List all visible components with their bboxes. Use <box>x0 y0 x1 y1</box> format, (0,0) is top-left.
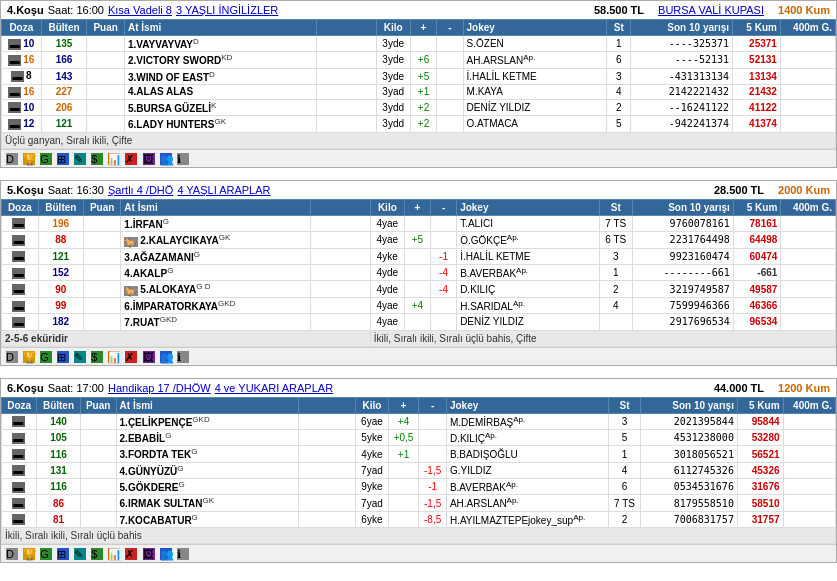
image-icon[interactable]: 🖼 <box>143 351 155 363</box>
table-row: ▬1401.ÇELİKPENÇEGKD6yae+4M.DEMİRBAŞAp.32… <box>2 413 836 429</box>
horse-kilo-3: 3yad <box>376 84 410 99</box>
horse-bar-0 <box>299 413 356 429</box>
horse-name-1: 2.VICTORY SWORDKD <box>124 52 316 68</box>
trophy-icon[interactable]: 🏆 <box>23 153 35 165</box>
horse-bar-6 <box>311 314 370 330</box>
edit-icon[interactable]: ✎ <box>74 548 86 560</box>
race-prize-1: 28.500 TL <box>714 184 764 196</box>
horse-kilo-4: 3ydd <box>376 99 410 115</box>
horse-doz-4: ▬10 <box>2 99 42 115</box>
race-condition-link-1[interactable]: Şartlı 4 /DHÖ <box>108 184 173 196</box>
image-icon[interactable]: 🖼 <box>143 548 155 560</box>
col-puan: Puan <box>80 397 116 413</box>
horse-400m-0 <box>781 215 836 231</box>
horse-400m-4 <box>783 479 835 495</box>
horse-jokey-3: G.YILDIZ <box>446 462 608 478</box>
race-number-1: 5.Koşu <box>7 184 44 196</box>
chart-icon[interactable]: 📊 <box>108 548 120 560</box>
horse-minus-4: -4 <box>431 281 457 298</box>
dollar-icon[interactable]: $ <box>91 351 103 363</box>
horse-icon-2: ▬ <box>12 449 25 460</box>
table-icon[interactable]: ⊞ <box>57 548 69 560</box>
horse-jokey-6: H.AYILMAZTEPEjokey_supAp. <box>446 511 608 527</box>
people-icon[interactable]: 👥 <box>160 548 172 560</box>
horse-puan-2 <box>83 248 120 264</box>
horse-doz-0: ▬ <box>2 413 37 429</box>
race-prize-2: 44.000 TL <box>714 382 764 394</box>
g-icon[interactable]: G <box>40 153 52 165</box>
g-icon[interactable]: G <box>40 351 52 363</box>
race-condition-link-0[interactable]: Kısa Vadeli 8 <box>108 4 172 16</box>
horse-silhouette-4: 🐎 <box>124 286 138 296</box>
chart-icon[interactable]: 📊 <box>108 153 120 165</box>
d-icon[interactable]: D <box>6 548 18 560</box>
race-prize-0: 58.500 TL <box>594 4 644 16</box>
race-table-2: DozaBültenPuanAt İsmiKilo+-JokeyStSon 10… <box>1 397 836 544</box>
edit-icon[interactable]: ✎ <box>74 153 86 165</box>
info-icon[interactable]: ℹ <box>177 548 189 560</box>
race-category-link-2[interactable]: 4 ve YUKARI ARAPLAR <box>215 382 333 394</box>
info-icon[interactable]: ℹ <box>177 153 189 165</box>
horse-kilo-1: 3yde <box>376 52 410 68</box>
horse-son10-2: 9923160474 <box>632 248 733 264</box>
table-row: ▬162274.ALAS ALAS3yad+1M.KAYA42142221432… <box>2 84 836 99</box>
g-icon[interactable]: G <box>40 548 52 560</box>
race-condition-link-2[interactable]: Handikap 17 /DHÖW <box>108 382 211 394</box>
d-icon[interactable]: D <box>6 153 18 165</box>
horse-5kum-1: 53280 <box>737 430 783 446</box>
horse-puan-6 <box>80 511 116 527</box>
horse-puan-2 <box>87 68 125 84</box>
horse-name-2: 3.AĞAZAMANIG <box>121 248 311 264</box>
table-row: ▬817.KOCABATURG6yke-8,5H.AYILMAZTEPEjoke… <box>2 511 836 527</box>
horse-bul-0: 140 <box>37 413 80 429</box>
dollar-icon[interactable]: $ <box>91 548 103 560</box>
horse-5kum-6: 96534 <box>733 314 781 330</box>
horse-son10-3: 6112745326 <box>640 462 737 478</box>
image-icon[interactable]: 🖼 <box>143 153 155 165</box>
col-minus: - <box>431 199 457 215</box>
horse-icon-6: ▬ <box>12 514 25 525</box>
race-venue-link-0[interactable]: BURSA VALİ KUPASI <box>658 4 764 16</box>
dollar-icon[interactable]: $ <box>91 153 103 165</box>
trophy-icon[interactable]: 🏆 <box>23 351 35 363</box>
race-category-link-1[interactable]: 4 YAŞLI ARAPLAR <box>177 184 270 196</box>
horse-jokey-4: B.AVERBAKAp. <box>446 479 608 495</box>
trophy-icon[interactable]: 🏆 <box>23 548 35 560</box>
edit-icon[interactable]: ✎ <box>74 351 86 363</box>
horse-minus-2 <box>419 446 447 462</box>
race-category-link-0[interactable]: 3 YAŞLI İNGİLİZLER <box>176 4 278 16</box>
horse-puan-0 <box>83 215 120 231</box>
horse-st-2: 1 <box>609 446 641 462</box>
horse-bar-1 <box>316 52 376 68</box>
table-icon[interactable]: ⊞ <box>57 153 69 165</box>
col-doz: Doza <box>2 397 37 413</box>
horse-5kum-3: 21432 <box>733 84 781 99</box>
race-time-0: Saat: 16:00 <box>48 4 104 16</box>
horse-5kum-4: 41122 <box>733 99 781 115</box>
d-icon[interactable]: D <box>6 351 18 363</box>
people-icon[interactable]: 👥 <box>160 153 172 165</box>
horse-kilo-2: 4yke <box>370 248 404 264</box>
cross-icon[interactable]: ✗ <box>125 351 137 363</box>
horse-minus-5 <box>437 116 463 132</box>
table-row: ▬121216.LADY HUNTERSGK3ydd+2O.ATMACA5-94… <box>2 116 836 132</box>
horse-plus-4 <box>388 479 419 495</box>
chart-icon[interactable]: 📊 <box>108 351 120 363</box>
race-block-0: 4.KoşuSaat: 16:00Kısa Vadeli 83 YAŞLI İN… <box>0 0 837 168</box>
horse-son10-5: 8179558510 <box>640 495 737 511</box>
icons-bar-0: D 🏆 G ⊞ ✎ $ 📊 ✗ 🖼 👥 ℹ <box>1 149 836 167</box>
horse-st-1: 5 <box>609 430 641 446</box>
cross-icon[interactable]: ✗ <box>125 153 137 165</box>
horse-minus-3: -1,5 <box>419 462 447 478</box>
info-icon[interactable]: ℹ <box>177 351 189 363</box>
people-icon[interactable]: 👥 <box>160 351 172 363</box>
horse-icon-0: ▬ <box>12 416 25 427</box>
horse-400m-0 <box>780 36 835 52</box>
horse-puan-1 <box>80 430 116 446</box>
cross-icon[interactable]: ✗ <box>125 548 137 560</box>
table-icon[interactable]: ⊞ <box>57 351 69 363</box>
horse-jokey-2: İ.HALİL KETME <box>463 68 607 84</box>
horse-st-5: 7 TS <box>609 495 641 511</box>
horse-plus-6 <box>404 314 430 330</box>
horse-son10-4: 3219749587 <box>632 281 733 298</box>
